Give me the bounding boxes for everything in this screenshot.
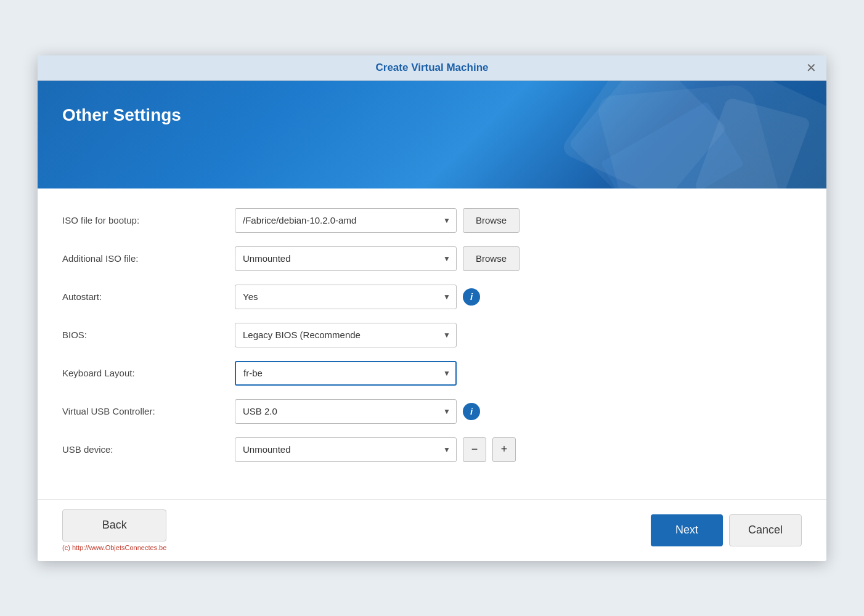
bios-select-wrapper: Legacy BIOS (Recommende UEFI ▼ (235, 323, 457, 347)
bios-row: BIOS: Legacy BIOS (Recommende UEFI ▼ (62, 322, 802, 349)
usb-device-row: USB device: Unmounted ▼ − + (62, 436, 802, 463)
minus-icon: − (471, 443, 478, 456)
additional-iso-select-wrapper: Unmounted ▼ (235, 246, 457, 271)
iso-bootup-browse-button[interactable]: Browse (463, 208, 520, 233)
additional-iso-label: Additional ISO file: (62, 253, 235, 264)
autostart-select-wrapper: Yes No ▼ (235, 285, 457, 309)
usb-controller-select[interactable]: USB 2.0 USB 3.0 None (235, 399, 457, 424)
autostart-label: Autostart: (62, 291, 235, 302)
copyright-text: (c) http://www.ObjetsConnectes.be (62, 544, 166, 551)
autostart-select[interactable]: Yes No (235, 285, 457, 309)
autostart-controls: Yes No ▼ i (235, 285, 480, 309)
title-bar: Create Virtual Machine ✕ (38, 55, 826, 81)
plus-icon: + (501, 443, 508, 456)
keyboard-layout-row: Keyboard Layout: fr-be en-us de fr ▼ (62, 360, 802, 387)
bios-label: BIOS: (62, 330, 235, 340)
usb-device-label: USB device: (62, 444, 235, 455)
additional-iso-row: Additional ISO file: Unmounted ▼ Browse (62, 245, 802, 272)
usb-device-controls: Unmounted ▼ − + (235, 437, 516, 462)
bios-select[interactable]: Legacy BIOS (Recommende UEFI (235, 323, 457, 347)
iso-bootup-label: ISO file for bootup: (62, 215, 235, 225)
keyboard-layout-controls: fr-be en-us de fr ▼ (235, 361, 457, 386)
cancel-button[interactable]: Cancel (729, 514, 802, 546)
usb-device-select[interactable]: Unmounted (235, 437, 457, 462)
iso-bootup-select[interactable]: /Fabrice/debian-10.2.0-amd (235, 208, 457, 233)
keyboard-layout-label: Keyboard Layout: (62, 368, 235, 378)
back-button[interactable]: Back (62, 509, 166, 541)
additional-iso-controls: Unmounted ▼ Browse (235, 246, 520, 271)
footer-left: Back (c) http://www.ObjetsConnectes.be (62, 509, 166, 551)
next-button[interactable]: Next (651, 514, 723, 546)
bios-controls: Legacy BIOS (Recommende UEFI ▼ (235, 323, 457, 347)
banner: Other Settings (38, 81, 826, 188)
dialog-title: Create Virtual Machine (376, 62, 489, 74)
additional-iso-browse-button[interactable]: Browse (463, 246, 520, 271)
usb-controller-row: Virtual USB Controller: USB 2.0 USB 3.0 … (62, 398, 802, 425)
usb-controller-select-wrapper: USB 2.0 USB 3.0 None ▼ (235, 399, 457, 424)
usb-controller-controls: USB 2.0 USB 3.0 None ▼ i (235, 399, 480, 424)
iso-bootup-select-wrapper: /Fabrice/debian-10.2.0-amd ▼ (235, 208, 457, 233)
footer: Back (c) http://www.ObjetsConnectes.be N… (38, 500, 826, 561)
footer-right: Next Cancel (651, 514, 802, 546)
usb-controller-info-icon[interactable]: i (463, 403, 480, 420)
section-title: Other Settings (62, 105, 802, 125)
additional-iso-select[interactable]: Unmounted (235, 246, 457, 271)
close-button[interactable]: ✕ (806, 62, 817, 74)
create-vm-dialog: Create Virtual Machine ✕ Other Settings … (38, 55, 826, 561)
usb-controller-label: Virtual USB Controller: (62, 406, 235, 416)
keyboard-layout-select[interactable]: fr-be en-us de fr (235, 361, 457, 386)
usb-device-select-wrapper: Unmounted ▼ (235, 437, 457, 462)
usb-device-remove-button[interactable]: − (463, 437, 486, 462)
usb-device-add-button[interactable]: + (492, 437, 516, 462)
iso-bootup-controls: /Fabrice/debian-10.2.0-amd ▼ Browse (235, 208, 520, 233)
form-section: ISO file for bootup: /Fabrice/debian-10.… (38, 188, 826, 487)
autostart-row: Autostart: Yes No ▼ i (62, 283, 802, 310)
keyboard-layout-select-wrapper: fr-be en-us de fr ▼ (235, 361, 457, 386)
iso-bootup-row: ISO file for bootup: /Fabrice/debian-10.… (62, 207, 802, 234)
autostart-info-icon[interactable]: i (463, 288, 480, 306)
